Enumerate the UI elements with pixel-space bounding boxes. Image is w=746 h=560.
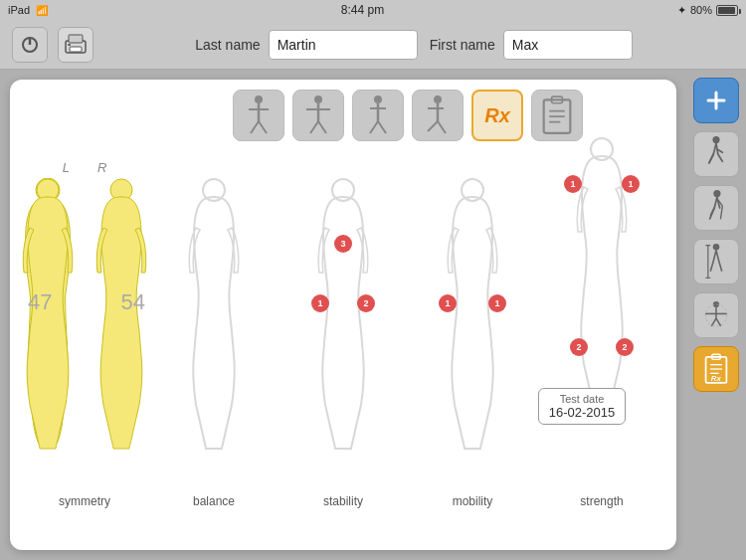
strength-dot-1b: 1 [622, 175, 640, 193]
strength-dot-2a: 2 [570, 338, 588, 356]
stability-dot-3: 3 [334, 235, 352, 253]
plus-icon [704, 89, 728, 112]
svg-line-9 [251, 121, 259, 133]
symmetry-tab-btn[interactable] [233, 90, 284, 141]
power-button[interactable] [12, 27, 48, 63]
svg-point-40 [712, 136, 719, 143]
balance-tab-btn[interactable] [292, 90, 344, 141]
cane-button[interactable] [693, 185, 739, 231]
test-date-label: Test date [549, 393, 616, 405]
right-body-yellow [93, 178, 149, 467]
last-name-label: Last name [195, 37, 260, 53]
svg-line-20 [378, 121, 386, 133]
symmetry-figure: L R [20, 160, 149, 488]
svg-point-6 [255, 95, 263, 103]
mobility-figure-col: 1 1 mobility [408, 160, 537, 508]
strength-figure-col: 1 1 2 2 Test date 16-02-2015 strength [537, 119, 666, 508]
svg-point-16 [374, 95, 382, 103]
stability-body-icon [361, 95, 395, 135]
symmetry-label: symmetry [59, 494, 110, 508]
main-content: CORRECTIVE STRATEGIES [0, 70, 746, 560]
balance-label: balance [193, 494, 235, 508]
cane-icon [703, 190, 729, 226]
walk-icon [703, 136, 729, 172]
strength-dot-2b: 2 [616, 338, 634, 356]
left-panel: CORRECTIVE STRATEGIES [0, 70, 686, 560]
mobility-dot-1a: 1 [439, 294, 457, 312]
stretch-icon [702, 301, 730, 329]
balance-body-outline [184, 178, 244, 467]
lr-labels: L R [63, 160, 107, 175]
top-toolbar: Last name First name [0, 20, 746, 70]
svg-line-24 [428, 121, 438, 131]
stability-body-outline [313, 178, 373, 467]
first-name-label: First name [430, 37, 495, 53]
strength-label: strength [580, 494, 623, 508]
svg-text:Rx: Rx [711, 374, 722, 383]
svg-point-41 [713, 190, 720, 197]
score-left: 47 [28, 289, 52, 315]
balance-figure [179, 160, 249, 488]
power-icon [20, 35, 40, 55]
stability-figure: 3 1 2 [303, 160, 383, 488]
bluetooth-icon: ✦ [677, 4, 686, 17]
height-button[interactable] [693, 239, 739, 284]
balance-figure-col: balance [149, 160, 279, 508]
balance-body-icon [301, 95, 335, 135]
stability-tab-btn[interactable] [352, 90, 404, 141]
last-name-group: Last name [195, 30, 417, 60]
mobility-tab-btn[interactable] [412, 90, 464, 141]
toolbar-center: Last name First name [93, 30, 734, 60]
mobility-figure: 1 1 [433, 160, 512, 488]
right-sidebar: Rx [686, 70, 746, 560]
mobility-body-icon [421, 95, 455, 135]
score-right: 54 [121, 289, 145, 315]
rx-tab-btn[interactable]: Rx [471, 90, 523, 141]
battery-percent: 80% [690, 4, 712, 16]
svg-rect-4 [70, 47, 82, 52]
printer-icon [64, 34, 88, 56]
stability-dot-1a: 1 [311, 294, 329, 312]
svg-line-19 [370, 121, 378, 133]
toolbar-left [12, 27, 93, 63]
strength-dot-1a: 1 [564, 175, 582, 193]
first-name-group: First name [430, 30, 633, 60]
print-button[interactable] [58, 27, 93, 63]
svg-rect-3 [69, 35, 83, 43]
l-label: L [63, 160, 70, 175]
time-display: 8:44 pm [341, 3, 384, 17]
stretch-button[interactable] [693, 292, 739, 338]
walk-button[interactable] [693, 131, 739, 177]
height-icon [703, 244, 729, 280]
r-label: R [97, 160, 106, 175]
symmetry-body-icon [242, 95, 276, 135]
add-button[interactable] [693, 78, 739, 123]
svg-line-10 [259, 121, 267, 133]
mobility-dot-1b: 1 [488, 294, 506, 312]
status-right: ✦ 80% [677, 4, 738, 17]
svg-line-25 [438, 121, 446, 133]
svg-point-21 [434, 95, 442, 103]
stability-figure-col: 3 1 2 stability [279, 160, 408, 508]
clipboard-active-button[interactable]: Rx [693, 346, 739, 392]
status-left: iPad 📶 [8, 4, 48, 16]
rx-label: Rx [484, 104, 510, 127]
test-date-box: Test date 16-02-2015 [538, 388, 627, 425]
last-name-input[interactable] [269, 30, 418, 60]
first-name-input[interactable] [503, 30, 633, 60]
svg-line-15 [318, 121, 326, 133]
svg-point-11 [314, 95, 322, 103]
svg-rect-5 [68, 44, 71, 46]
card: CORRECTIVE STRATEGIES [10, 80, 676, 550]
mobility-label: mobility [453, 494, 493, 508]
status-bar: iPad 📶 8:44 pm ✦ 80% [0, 0, 746, 20]
stability-label: stability [323, 494, 363, 508]
figures-area: L R [10, 147, 676, 538]
stability-dot-2: 2 [357, 294, 375, 312]
svg-point-42 [713, 244, 720, 251]
symmetry-figure-col: L R [20, 160, 149, 508]
battery-icon [716, 5, 738, 16]
mobility-body-outline [443, 178, 502, 467]
left-body-yellow [20, 178, 76, 467]
clipboard-active-icon: Rx [703, 353, 729, 385]
